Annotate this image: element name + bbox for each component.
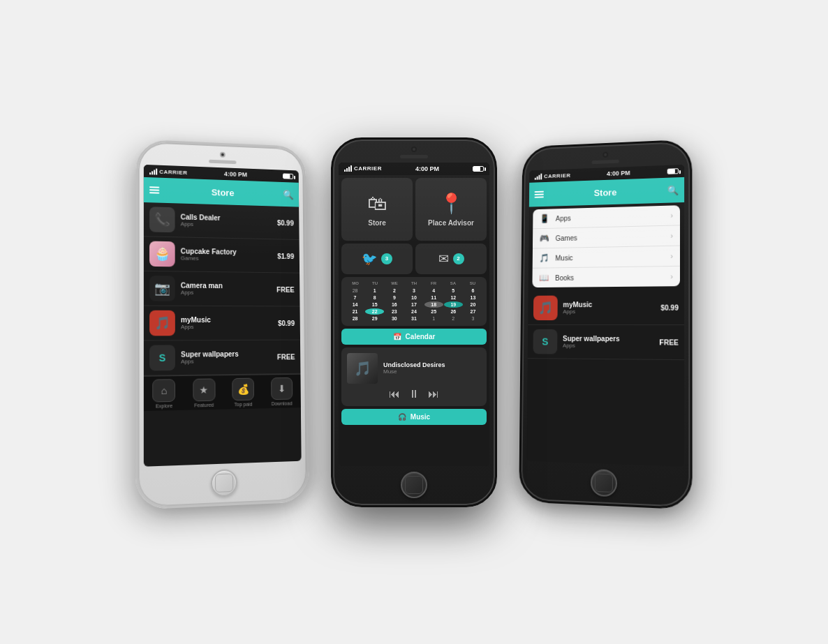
twitter-tile[interactable]: 🐦 3: [341, 244, 413, 274]
app-price-wallpapers: FREE: [277, 352, 295, 360]
email-badge: 2: [453, 253, 464, 264]
menu-icon-right[interactable]: [535, 190, 544, 197]
app-info-wallpapers-right: Super wallpapers Apps: [563, 334, 654, 349]
email-tile[interactable]: ✉ 2: [415, 244, 487, 274]
screen-mid: CARRIER 4:00 PM 🛍 Store 📍 Place Advisor: [339, 163, 489, 466]
carrier-white: CARRIER: [159, 168, 187, 175]
phone-middle: CARRIER 4:00 PM 🛍 Store 📍 Place Advisor: [331, 137, 497, 507]
games-cat-icon: 🎮: [540, 233, 550, 243]
app-icon-calls: 📞: [149, 207, 175, 232]
phone-white: CARRIER 4:00 PM Store 🔍 📞: [135, 139, 309, 509]
app-price-cupcake: $1.99: [277, 252, 294, 260]
mid-screen-content: 🛍 Store 📍 Place Advisor 🐦 3 ✉: [339, 175, 489, 466]
app-item-camera[interactable]: 📷 Camera man Apps FREE: [144, 271, 300, 306]
music-bar[interactable]: 🎧 Music: [341, 409, 487, 425]
phone-right: CARRIER 4:00 PM Store 🔍 📱: [519, 139, 692, 509]
cat-item-apps[interactable]: 📱 Apps ›: [533, 205, 680, 229]
app-price-mymusic-right: $0.99: [660, 304, 679, 311]
play-pause-button[interactable]: ⏸: [408, 388, 420, 400]
download-label: Download: [272, 400, 293, 406]
music-cat-arrow: ›: [670, 252, 672, 260]
earpiece-mid: [400, 155, 428, 158]
app-name-mymusic-right: myMusic: [563, 300, 655, 308]
app-item-cupcake[interactable]: 🧁 Cupcake Factory Games $1.99: [144, 237, 300, 273]
app-info-cupcake: Cupcake Factory Games: [181, 247, 272, 262]
app-list-white: 📞 Calls Dealer Apps $0.99 🧁 Cupcake Fact…: [144, 202, 301, 375]
apps-cat-name: Apps: [556, 211, 665, 222]
nav-download-white[interactable]: ⬇ Download: [263, 377, 301, 406]
cat-item-books[interactable]: 📖 Books ›: [532, 266, 680, 287]
app-name-mymusic: myMusic: [181, 315, 272, 323]
screen-white: CARRIER 4:00 PM Store 🔍 📞: [144, 164, 302, 466]
app-price-camera: FREE: [276, 285, 295, 293]
store-tile-icon: 🛍: [367, 192, 387, 215]
bottom-nav-white: ⌂ Explore ★ Featured 💰 Top paid ⬇ Downlo…: [144, 373, 301, 410]
app-item-mymusic-right[interactable]: 🎵 myMusic Apps $0.99: [528, 290, 684, 325]
category-dropdown: 📱 Apps › 🎮 Games › 🎵 Music ›: [532, 205, 680, 287]
nav-toppaid-white[interactable]: 💰 Top paid: [223, 377, 263, 407]
tile-place-advisor[interactable]: 📍 Place Advisor: [415, 178, 487, 241]
nav-explore-white[interactable]: ⌂ Explore: [144, 379, 184, 409]
music-cat-icon: 🎵: [539, 253, 549, 262]
home-button-mid[interactable]: [401, 472, 427, 498]
tile-store[interactable]: 🛍 Store: [341, 178, 413, 241]
header-title-right: Store: [594, 186, 617, 197]
app-info-mymusic: myMusic Apps: [181, 315, 273, 329]
music-widget: 🎵 Undisclosed Desires Muse ⏮ ⏸ ⏭: [341, 347, 487, 406]
app-item-wallpapers-right[interactable]: S Super wallpapers Apps FREE: [528, 324, 684, 359]
cat-item-music[interactable]: 🎵 Music ›: [533, 246, 680, 268]
music-cat-name: Music: [555, 252, 665, 261]
music-info: Undisclosed Desires Muse: [383, 361, 481, 375]
cat-item-games[interactable]: 🎮 Games ›: [533, 225, 680, 248]
app-header-right[interactable]: Store 🔍: [529, 177, 684, 207]
earpiece-right: [592, 159, 619, 163]
app-cat-cupcake: Games: [181, 255, 272, 262]
calendar-icon: 📅: [393, 333, 401, 340]
headphones-icon: 🎧: [398, 413, 406, 421]
music-controls: ⏮ ⏸ ⏭: [347, 388, 481, 400]
books-cat-name: Books: [555, 272, 665, 281]
earpiece-white: [209, 159, 236, 163]
home-btn-inner-white: [215, 473, 233, 493]
app-price-wallpapers-right: FREE: [660, 338, 679, 345]
cal-grid: 28 1 2 3 4 5 6 7 8 9 10 11 12 13: [346, 287, 482, 322]
app-icon-wallpapers: S: [149, 345, 175, 370]
store-tile-label: Store: [368, 219, 386, 227]
app-cat-wallpapers: Apps: [181, 357, 272, 364]
app-item-mymusic[interactable]: 🎵 myMusic Apps $0.99: [144, 306, 300, 340]
home-btn-inner-mid: [405, 476, 423, 494]
app-info-camera: Camera man Apps: [181, 281, 272, 296]
camera-white: [220, 151, 226, 157]
signal-bars-mid: [344, 165, 352, 172]
app-item-calls[interactable]: 📞 Calls Dealer Apps $0.99: [144, 202, 300, 239]
music-artist: Muse: [383, 368, 481, 375]
app-info-mymusic-right: myMusic Apps: [563, 300, 655, 314]
app-cat-camera: Apps: [181, 289, 272, 296]
app-info-wallpapers: Super wallpapers Apps: [181, 350, 272, 364]
app-header-white[interactable]: Store 🔍: [144, 177, 299, 207]
prev-button[interactable]: ⏮: [389, 388, 400, 400]
apps-cat-arrow: ›: [670, 211, 672, 218]
calendar-button[interactable]: 📅 Calendar: [341, 329, 487, 345]
signal-bars-right: [535, 173, 542, 179]
search-icon-white[interactable]: 🔍: [283, 189, 293, 200]
games-cat-arrow: ›: [670, 232, 672, 239]
carrier-right: CARRIER: [544, 172, 570, 179]
social-row: 🐦 3 ✉ 2: [339, 244, 489, 277]
app-name-wallpapers-right: Super wallpapers: [563, 334, 653, 343]
next-button[interactable]: ⏭: [428, 388, 439, 400]
camera-mid: [411, 147, 417, 152]
nav-featured-white[interactable]: ★ Featured: [184, 378, 224, 408]
home-button-white[interactable]: [211, 469, 237, 497]
calendar-widget: MO TU WE TH FR SA SU 28 1 2 3 4 5: [341, 277, 487, 326]
battery-white: [283, 173, 293, 179]
explore-label: Explore: [156, 403, 172, 408]
search-icon-right[interactable]: 🔍: [667, 184, 679, 195]
featured-label: Featured: [194, 402, 214, 407]
menu-icon-white[interactable]: [149, 186, 159, 193]
app-item-wallpapers[interactable]: S Super wallpapers Apps FREE: [144, 340, 301, 375]
home-button-right[interactable]: [591, 469, 617, 497]
music-top: 🎵 Undisclosed Desires Muse: [347, 353, 481, 384]
featured-icon: ★: [193, 378, 215, 401]
cal-header: MO TU WE TH FR SA SU: [346, 281, 482, 285]
